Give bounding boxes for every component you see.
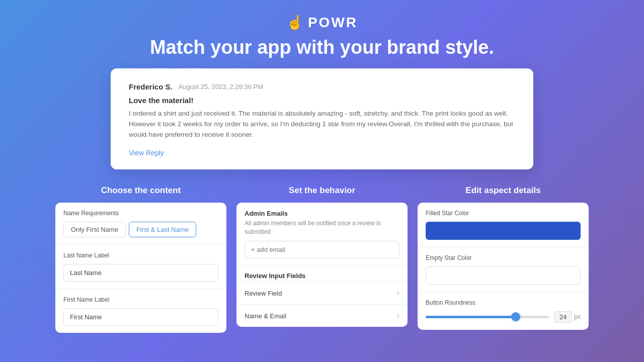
name-toggle-group: Only First Name First & Last Name	[63, 222, 218, 237]
slider-value: 24	[554, 311, 572, 323]
roundness-slider[interactable]	[426, 316, 549, 318]
view-reply-link[interactable]: View Reply	[129, 149, 164, 157]
only-first-name-btn[interactable]: Only First Name	[63, 222, 126, 237]
last-name-label: Last Name Label	[63, 252, 218, 259]
last-name-input[interactable]	[63, 264, 218, 282]
aspect-panel: Edit aspect details Filled Star Color Em…	[418, 186, 589, 333]
powr-icon: ☝	[286, 14, 304, 31]
logo-area: ☝ POWR	[0, 14, 644, 31]
last-name-label-section: Last Name Label	[55, 245, 226, 289]
name-requirements-label: Name Requirements	[63, 210, 218, 217]
first-name-label-section: First Name Label	[55, 289, 226, 333]
behavior-panel: Set the behavior Admin Emails All admin …	[236, 186, 408, 333]
slider-row: 24 px	[426, 311, 581, 323]
filled-star-color-label: Filled Star Color	[426, 210, 581, 217]
content-panel-card: Name Requirements Only First Name First …	[55, 203, 226, 333]
behavior-panel-title: Set the behavior	[236, 186, 408, 196]
review-card-wrapper: Frederico S. August 25, 2023, 2:28:36 PM…	[0, 68, 644, 169]
aspect-panel-title: Edit aspect details	[418, 186, 589, 196]
aspect-card: Filled Star Color Empty Star Color Butto…	[418, 203, 589, 330]
review-input-fields-title: Review Input Fields	[236, 266, 408, 282]
name-requirements-section: Name Requirements Only First Name First …	[55, 203, 226, 245]
review-title: Love the material!	[129, 96, 515, 105]
empty-star-color-bar[interactable]	[426, 266, 581, 285]
empty-star-color-label: Empty Star Color	[426, 254, 581, 261]
review-field-item-2[interactable]: Name & Email ›	[236, 305, 408, 327]
content-panel-title: Choose the content	[55, 186, 226, 196]
reviewer-name: Frederico S.	[129, 82, 173, 91]
page-title: Match your app with your brand style.	[0, 37, 644, 58]
filled-star-section: Filled Star Color	[418, 203, 589, 247]
empty-star-section: Empty Star Color	[418, 247, 589, 292]
add-email-input[interactable]	[245, 241, 399, 258]
review-body: I ordered a shirt and just received it. …	[129, 109, 515, 140]
filled-star-color-bar[interactable]	[426, 222, 581, 240]
behavior-card: Admin Emails All admin members will be n…	[236, 203, 408, 327]
content-panel: Choose the content Name Requirements Onl…	[55, 186, 226, 333]
chevron-right-icon-1: ›	[397, 289, 399, 298]
first-name-input[interactable]	[63, 308, 218, 326]
first-last-name-btn[interactable]: First & Last Name	[129, 222, 196, 237]
review-card: Frederico S. August 25, 2023, 2:28:36 PM…	[111, 68, 533, 169]
bottom-section: Choose the content Name Requirements Onl…	[0, 186, 644, 333]
review-field-label-1: Review Field	[245, 290, 282, 297]
button-roundness-label: Button Roundness	[426, 299, 581, 306]
slider-unit: px	[574, 313, 581, 320]
review-header: Frederico S. August 25, 2023, 2:28:36 PM	[129, 82, 515, 91]
review-date: August 25, 2023, 2:28:36 PM	[179, 83, 263, 90]
chevron-right-icon-2: ›	[397, 311, 399, 320]
review-field-label-2: Name & Email	[245, 312, 286, 320]
logo-text: POWR	[308, 15, 358, 31]
slider-value-box: 24 px	[554, 311, 581, 323]
first-name-label: First Name Label	[63, 296, 218, 303]
admin-emails-desc: All admin members will be notified once …	[245, 219, 399, 236]
header: ☝ POWR Match your app with your brand st…	[0, 0, 644, 68]
review-field-item-1[interactable]: Review Field ›	[236, 282, 408, 305]
admin-emails-section: Admin Emails All admin members will be n…	[236, 203, 408, 266]
button-roundness-section: Button Roundness 24 px	[418, 292, 589, 330]
admin-emails-title: Admin Emails	[245, 210, 399, 217]
